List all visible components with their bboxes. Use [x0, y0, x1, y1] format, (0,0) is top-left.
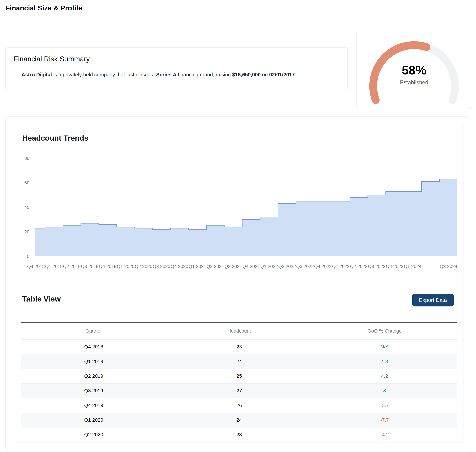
x-axis-tick-label: Q4 2020 [171, 264, 188, 269]
table-row: Q3 2019278 [21, 383, 457, 398]
summary-fragment: financing round, raising [176, 72, 232, 77]
headcount-cell: 25 [166, 369, 312, 383]
summary-fragment: on [261, 72, 269, 77]
quarter-cell: Q4 2019 [21, 398, 166, 413]
headcount-section-card: Headcount Trends 020406080Q4 2018Q1 2019… [5, 116, 471, 451]
headcount-cell: 26 [166, 398, 312, 413]
x-axis-tick-label: Q3 2021 [224, 264, 242, 269]
gauge-percent-value: 58% [402, 63, 426, 77]
table-row: Q1 2019244.3 [21, 354, 457, 369]
headcount-inner-card: Headcount Trends 020406080Q4 2018Q1 2019… [13, 124, 463, 442]
established-gauge-card: 58% Established [357, 30, 471, 109]
x-axis-tick-label: Q2 2020 [135, 264, 152, 269]
column-header: QoQ % Change [312, 323, 457, 339]
x-axis-tick-label: Q1 2019 [45, 264, 63, 269]
risk-summary-title: Financial Risk Summary [14, 55, 90, 63]
table-row: Q2 2019254.2 [21, 369, 457, 383]
y-axis-tick-label: 40 [24, 205, 29, 210]
headcount-trends-step-area-chart: 020406080Q4 2018Q1 2019Q2 2019Q3 2019Q4 … [14, 154, 463, 274]
y-axis-tick-label: 60 [24, 180, 29, 186]
x-axis-tick-label: Q1 2024 [404, 264, 422, 269]
qoq-change-cell: -3.7 [312, 398, 457, 413]
x-axis-tick-label: Q3 2024 [440, 264, 457, 269]
summary-fragment: is a privately held company that last cl… [52, 72, 156, 77]
headcount-cell: 27 [166, 383, 312, 398]
x-axis-tick-label: Q3 2019 [81, 264, 98, 269]
x-axis-tick-label: Q3 2023 [368, 264, 385, 269]
risk-summary-text: Astro Digital is a privately held compan… [21, 71, 339, 78]
quarter-cell: Q4 2018 [21, 339, 166, 354]
table-view-title: Table View [22, 295, 61, 303]
quarter-cell: Q1 2019 [21, 354, 166, 369]
x-axis-tick-label: Q1 2021 [189, 264, 206, 269]
export-data-button[interactable]: Export Data [412, 294, 454, 306]
table-row: Q1 202024-7.7 [21, 413, 457, 427]
qoq-change-cell: N/A [312, 339, 457, 354]
y-axis-tick-label: 20 [24, 229, 29, 234]
summary-highlight: Series A [156, 72, 176, 77]
quarter-cell: Q2 2019 [21, 369, 166, 383]
financial-size-profile-page: Financial Size & Profile Financial Risk … [0, 0, 476, 452]
x-axis-tick-label: Q4 2021 [242, 264, 260, 269]
x-axis-tick-label: Q4 2023 [386, 264, 404, 269]
x-axis-tick-label: Q2 2023 [350, 264, 368, 269]
summary-highlight: Astro Digital [21, 72, 52, 77]
financial-risk-summary-card: Financial Risk Summary Astro Digital is … [5, 47, 348, 90]
x-axis-tick-label: Q1 2020 [117, 264, 135, 269]
y-axis-tick-label: 80 [24, 156, 29, 161]
x-axis-tick-label: Q4 2019 [99, 264, 117, 269]
qoq-change-cell: 8 [312, 383, 457, 398]
x-axis-tick-label: Q1 2022 [260, 264, 278, 269]
headcount-table-scroll-area[interactable]: QuarterHeadcountQoQ % Change Q4 201823N/… [21, 322, 457, 442]
qoq-change-cell: -7.7 [312, 413, 457, 427]
x-axis-tick-label: Q2 2021 [207, 264, 224, 269]
column-header: Headcount [166, 323, 312, 339]
y-axis-tick-label: 0 [27, 254, 29, 259]
qoq-change-cell: 4.2 [312, 369, 457, 383]
table-row: Q4 201926-3.7 [21, 398, 457, 413]
qoq-change-cell: 4.3 [312, 354, 457, 369]
summary-highlight: $16,650,000 [232, 72, 261, 77]
headcount-cell: 23 [166, 427, 312, 442]
headcount-table: QuarterHeadcountQoQ % Change Q4 201823N/… [21, 323, 457, 442]
x-axis-tick-label: Q4 2022 [314, 264, 332, 269]
quarter-cell: Q3 2019 [21, 383, 166, 398]
table-header-row: QuarterHeadcountQoQ % Change [21, 323, 457, 339]
gauge-status-label: Established [400, 80, 428, 86]
qoq-change-cell: -4.2 [312, 427, 457, 442]
headcount-area-fill [35, 179, 457, 256]
chart-title: Headcount Trends [22, 134, 88, 142]
summary-highlight: 02/01/2017 [269, 72, 295, 77]
x-axis-tick-label: Q3 2020 [153, 264, 170, 269]
table-row: Q4 201823N/A [21, 339, 457, 354]
x-axis-tick-label: Q4 2018 [27, 264, 45, 269]
established-gauge: 58% Established [357, 30, 471, 109]
x-axis-tick-label: Q2 2022 [278, 264, 296, 269]
x-axis-tick-label: Q2 2019 [63, 264, 81, 269]
x-axis-tick-label: Q1 2023 [332, 264, 350, 269]
quarter-cell: Q1 2020 [21, 413, 166, 427]
headcount-cell: 24 [166, 354, 312, 369]
quarter-cell: Q2 2020 [21, 427, 166, 442]
headcount-cell: 23 [166, 339, 312, 354]
table-row: Q2 202023-4.2 [21, 427, 457, 442]
page-title: Financial Size & Profile [6, 4, 82, 12]
x-axis-tick-label: Q3 2022 [296, 264, 314, 269]
headcount-cell: 24 [166, 413, 312, 427]
column-header: Quarter [21, 323, 166, 339]
summary-fragment: . [295, 72, 296, 77]
